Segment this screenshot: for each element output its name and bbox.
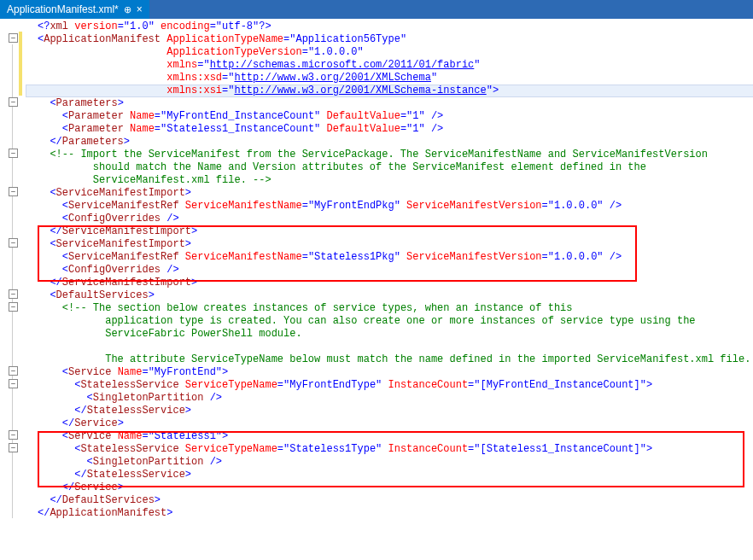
fold-icon[interactable]: − — [9, 443, 18, 452]
fold-icon[interactable]: − — [9, 33, 18, 43]
code-line[interactable]: <ApplicationManifest ApplicationTypeName… — [26, 33, 753, 46]
file-tab[interactable]: ApplicationManifest.xml* ⊕ × — [0, 0, 149, 19]
code-line[interactable]: </Service> — [26, 481, 753, 494]
code-line[interactable]: ServiceManifest.xml file. --> — [26, 174, 753, 187]
close-icon[interactable]: × — [137, 3, 143, 15]
fold-icon[interactable]: − — [9, 379, 18, 388]
code-line[interactable]: </StatelessService> — [26, 469, 753, 481]
gutter: − − − − − − − − − − − — [0, 19, 26, 522]
code-line[interactable]: </Service> — [26, 417, 753, 430]
code-line[interactable]: </ApplicationManifest> — [26, 507, 753, 520]
fold-icon[interactable]: − — [9, 238, 18, 248]
code-line[interactable]: ApplicationTypeVersion="1.0.0.0" — [26, 46, 753, 59]
fold-icon[interactable]: − — [9, 97, 18, 107]
fold-icon[interactable]: − — [9, 302, 18, 312]
pin-icon[interactable]: ⊕ — [124, 4, 131, 15]
code-line[interactable]: </DefaultServices> — [26, 494, 753, 507]
code-line[interactable]: <!-- The section below creates instances… — [26, 302, 753, 315]
fold-icon[interactable]: − — [9, 149, 18, 158]
code-line[interactable]: </ServiceManifestImport> — [26, 277, 753, 289]
code-line[interactable]: <StatelessService ServiceTypeName="MyFro… — [26, 379, 753, 392]
code-line[interactable]: <?xml version="1.0" encoding="utf-8"?> — [26, 20, 753, 33]
code-line[interactable]: xmlns="http://schemas.microsoft.com/2011… — [26, 59, 753, 72]
code-line[interactable]: The attribute ServiceTypeName below must… — [26, 353, 753, 366]
fold-icon[interactable]: − — [9, 289, 18, 299]
code-line[interactable]: </StatelessService> — [26, 405, 753, 417]
code-line[interactable]: <DefaultServices> — [26, 289, 753, 302]
code-line[interactable]: <ConfigOverrides /> — [26, 264, 753, 277]
fold-icon[interactable]: − — [9, 366, 18, 376]
fold-icon[interactable]: − — [9, 430, 18, 440]
code-line[interactable]: <Parameters> — [26, 97, 753, 110]
code-line[interactable]: </ServiceManifestImport> — [26, 225, 753, 238]
code-area[interactable]: <?xml version="1.0" encoding="utf-8"?> <… — [26, 19, 753, 522]
code-line[interactable]: <ServiceManifestImport> — [26, 238, 753, 251]
code-line[interactable]: <Parameter Name="MyFrontEnd_InstanceCoun… — [26, 110, 753, 123]
code-line[interactable]: <Parameter Name="Stateless1_InstanceCoun… — [26, 123, 753, 136]
code-line[interactable]: <ServiceManifestRef ServiceManifestName=… — [26, 251, 753, 264]
code-line[interactable]: <ServiceManifestRef ServiceManifestName=… — [26, 200, 753, 213]
code-line[interactable]: </Parameters> — [26, 136, 753, 149]
code-line[interactable]: <SingletonPartition /> — [26, 392, 753, 405]
code-line[interactable]: <Service Name="Stateless1"> — [26, 430, 753, 443]
code-line[interactable]: xmlns:xsi="http://www.w3.org/2001/XMLSch… — [26, 85, 753, 97]
tab-bar: ApplicationManifest.xml* ⊕ × — [0, 0, 753, 19]
fold-icon[interactable]: − — [9, 187, 18, 196]
code-line[interactable]: application type is created. You can als… — [26, 315, 753, 328]
tab-title: ApplicationManifest.xml* — [7, 3, 119, 15]
code-editor[interactable]: − − − − − − − − − − − — [0, 19, 753, 522]
code-line[interactable]: <StatelessService ServiceTypeName="State… — [26, 443, 753, 456]
code-line[interactable]: should match the Name and Version attrib… — [26, 161, 753, 174]
code-line[interactable]: ServiceFabric PowerShell module. — [26, 328, 753, 341]
code-line[interactable]: <ConfigOverrides /> — [26, 213, 753, 225]
code-line[interactable]: xmlns:xsd="http://www.w3.org/2001/XMLSch… — [26, 72, 753, 85]
code-line[interactable]: <ServiceManifestImport> — [26, 187, 753, 200]
code-line[interactable]: <Service Name="MyFrontEnd"> — [26, 366, 753, 379]
code-line[interactable]: <!-- Import the ServiceManifest from the… — [26, 149, 753, 161]
code-line[interactable]: <SingletonPartition /> — [26, 456, 753, 469]
code-line[interactable] — [26, 341, 753, 353]
